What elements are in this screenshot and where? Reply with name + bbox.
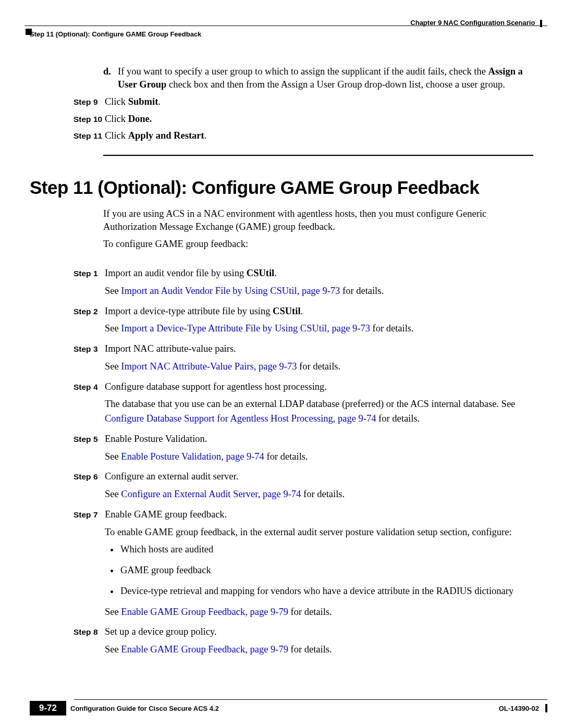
header-chapter-text: Chapter 9 NAC Configuration Scenario [410,19,535,27]
step-body: Click Apply and Restart. [105,129,533,143]
link-import-device-type[interactable]: Import a Device-Type Attribute File by U… [121,323,370,334]
step-label: Step 8 [74,625,105,660]
header-right-bar-icon [540,20,542,27]
prior-step-11: Step 11 Click Apply and Restart. [74,129,533,143]
header-section-title: Step 11 (Optional): Configure GAME Group… [30,19,201,38]
link-import-vendor[interactable]: Import an Audit Vendor File by Using CSU… [121,286,340,296]
main-step-1: Step 1 Import an audit vendor file by us… [74,266,533,302]
step-body: Click Done. [105,112,533,127]
step-label: Step 2 [74,304,105,340]
main-step-8: Step 8 Set up a device group policy. See… [74,625,533,660]
step-label: Step 3 [74,342,105,377]
step-label: Step 5 [74,432,105,467]
step-body: Import NAC attribute-value pairs. See Im… [105,342,533,377]
link-enable-game-2[interactable]: Enable GAME Group Feedback, page 9-79 [121,644,288,655]
bullet-list: Which hosts are audited GAME group feedb… [105,542,533,598]
step-label: Step 10 [74,112,105,127]
content-body: d. If you want to specify a user group t… [30,16,533,660]
main-step-3: Step 3 Import NAC attribute-value pairs.… [74,342,533,377]
intro-paragraph-2: To configure GAME group feedback: [103,238,533,251]
list-item: Device-type retrieval and mapping for ve… [120,584,533,599]
link-external-audit[interactable]: Configure an External Audit Server, page… [121,489,301,499]
intro-paragraph-1: If you are using ACS in a NAC environmen… [103,207,533,233]
link-enable-game-1[interactable]: Enable GAME Group Feedback, page 9-79 [121,607,288,617]
page-number-tab: 9-72 [30,701,66,715]
substep-d: d. If you want to specify a user group t… [103,65,533,91]
page-root: Step 11 (Optional): Configure GAME Group… [0,0,563,728]
substep-d-marker: d. [103,65,118,91]
step-body: Import a device-type attribute file by u… [105,304,533,340]
running-header: Step 11 (Optional): Configure GAME Group… [30,19,547,38]
main-step-4: Step 4 Configure database support for ag… [74,380,533,429]
main-step-7: Step 7 Enable GAME group feedback. To en… [74,508,533,623]
list-item: GAME group feedback [120,563,533,578]
header-chapter: Chapter 9 NAC Configuration Scenario [410,19,547,38]
step-body: Import an audit vendor file by using CSU… [105,266,533,302]
black-square-icon [26,29,32,35]
link-db-support[interactable]: Configure Database Support for Agentless… [105,413,376,424]
prior-step-9: Step 9 Click Submit. [74,95,533,109]
substep-d-text: If you want to specify a user group to w… [118,65,533,91]
main-step-6: Step 6 Configure an external audit serve… [74,470,533,505]
footer-rule [74,699,547,700]
step-label: Step 7 [74,508,105,623]
link-import-nac[interactable]: Import NAC Attribute-Value Pairs, page 9… [121,361,297,372]
section-divider [103,155,533,156]
footer-doc-number: OL-14390-02 [499,705,542,712]
footer-doc-title: Configuration Guide for Cisco Secure ACS… [70,705,499,712]
main-step-5: Step 5 Enable Posture Validation. See En… [74,432,533,467]
step-body: Set up a device group policy. See Enable… [105,625,533,660]
step-label: Step 6 [74,470,105,505]
step-body: Click Submit. [105,95,533,109]
main-step-2: Step 2 Import a device-type attribute fi… [74,304,533,340]
footer-row: 9-72 Configuration Guide for Cisco Secur… [30,701,547,715]
step-body: Enable Posture Validation. See Enable Po… [105,432,533,467]
step-label: Step 9 [74,95,105,109]
footer-right-bar-icon [545,704,547,712]
step-label: Step 11 [74,129,105,143]
link-posture-validation[interactable]: Enable Posture Validation, page 9-74 [121,451,264,462]
section-heading: Step 11 (Optional): Configure GAME Group… [30,177,533,198]
main-steps: Step 1 Import an audit vendor file by us… [30,266,533,660]
step-body: Configure database support for agentless… [105,380,533,429]
prior-substep-block: d. If you want to specify a user group t… [103,65,533,91]
step-label: Step 1 [74,266,105,302]
prior-step-10: Step 10 Click Done. [74,112,533,127]
list-item: Which hosts are audited [120,542,533,557]
header-left-marker [26,29,32,35]
step-label: Step 4 [74,380,105,429]
step-body: Enable GAME group feedback. To enable GA… [105,508,533,623]
page-footer: 9-72 Configuration Guide for Cisco Secur… [30,699,547,715]
step-body: Configure an external audit server. See … [105,470,533,505]
